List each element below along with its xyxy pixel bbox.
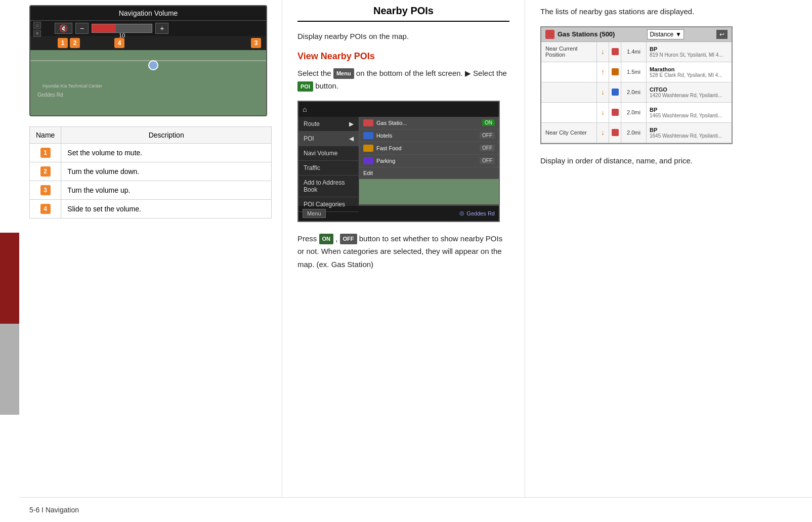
gas-row-4-label [541,103,597,122]
row4-desc: Slide to set the volume. [61,200,272,219]
gas-row-5[interactable]: Near City Center ↓ 2.0mi BP 1645 Washten… [541,123,732,143]
sidebar-strip [0,0,19,522]
poi-menu-btn[interactable]: Menu [303,209,326,218]
gas-row-2-label [541,62,597,82]
poi-content: Route ▶ POI ◀ Navi Volume Traffic [298,117,499,206]
gas-row-5-icon [609,123,621,143]
gas-row-4-icon [609,103,621,122]
categories-label: POI Categories [304,201,345,208]
row1-desc: Set the volume to mute. [61,144,272,162]
badge-row3: 3 [40,185,51,195]
fastfood-toggle[interactable]: OFF [480,145,495,151]
fastfood-cat-label: Fast Food [376,145,402,151]
gas-row-1-label: Near Current Position [541,42,597,62]
intro-text: Display nearby POIs on the map. [297,30,509,43]
gas-stations-screenshot: Gas Stations (500) Distance ▼ ↩ Near Cur… [540,26,733,144]
subsection-title: View Nearby POIs [297,51,509,62]
table-row: 4 Slide to set the volume. [30,200,272,219]
gas-row-1[interactable]: Near Current Position ↓ 1.4mi BP 819 N H… [541,42,732,62]
vol-speaker-btn[interactable]: 🔇 [55,23,72,34]
gas-row-4[interactable]: ↓ 2.0mi BP 1465 Washtenaw Rd, Ypsilanti.… [541,103,732,123]
badge-row1: 1 [40,148,51,158]
columns-layout: Navigation Volume ⌂ ≡ 🔇 − 10 + [19,0,812,497]
nav-title-bar: Navigation Volume [30,6,266,21]
gas-cat-label: Gas Statio... [376,120,407,126]
nav-title-text: Navigation Volume [119,9,178,17]
fastfood-cat-icon [363,145,373,152]
instruction-paragraph: Select the Menu on the bottom of the lef… [297,67,509,93]
poi-location: ◎ Geddes Rd [459,210,495,216]
middle-column: Nearby POIs Display nearby POIs on the m… [282,0,525,497]
poi-menu-addressbook[interactable]: Add to Address Book [298,176,359,197]
poi-arrow: ◀ [349,135,354,142]
press-comma: , [335,234,337,243]
poi-cat-gastation: Gas Statio... ON [359,117,499,129]
traffic-label: Traffic [304,164,320,171]
parking-cat-icon [363,157,373,164]
table-row: 1 Set the volume to mute. [30,144,272,162]
gas-row-4-name: BP 1465 Washtenaw Rd, Ypsilanti... [647,103,732,122]
gas-row-4-arrow: ↓ [597,103,609,122]
gas-row-5-dist: 2.0mi [621,123,647,143]
gas-row-2[interactable]: ↑ 1.5mi Marathon 528 E Clark Rd, Ypsilan… [541,62,732,82]
table-row: 2 Turn the volume down. [30,162,272,181]
gas-row-3-dist: 2.0mi [621,82,647,102]
gas-row-3-label [541,82,597,102]
gas-sort-select[interactable]: Distance ▼ [647,29,684,39]
vol-up-btn[interactable]: + [155,23,168,34]
poi-inline-btn[interactable]: POI [297,81,313,92]
navivolume-label: Navi Volume [304,150,337,157]
poi-top-bar: ⌂ [298,102,499,117]
gas-row-5-arrow: ↓ [597,123,609,143]
menu-inline-btn[interactable]: Menu [333,68,354,79]
gas-row-3-arrow: ↓ [597,82,609,102]
parking-toggle[interactable]: OFF [480,157,495,164]
gas-row-3[interactable]: ↓ 2.0mi CITGO 1420 Washtenaw Rd, Ypsilan… [541,82,732,103]
instruction1: Select the [297,69,331,77]
parking-cat-label: Parking [376,158,395,164]
on-btn[interactable]: ON [319,234,334,244]
sort-label: Distance [650,31,673,38]
gas-station-icon [545,30,554,39]
gas-title-text: Gas Stations (500) [558,30,615,38]
display-order-text: Display in order of distance, name, and … [540,154,797,167]
poi-left-menu: Route ▶ POI ◀ Navi Volume Traffic [298,117,359,206]
poi-menu-traffic[interactable]: Traffic [298,161,359,176]
badge-row4: 4 [40,204,51,214]
poi-cat-edit: Edit [359,167,499,179]
gas-row-2-name: Marathon 528 E Clark Rd, Ypsilanti, MI 4… [647,62,732,82]
press-text1: Press [297,234,317,243]
route-arrow: ▶ [349,120,354,127]
nav-volume-screenshot: Navigation Volume ⌂ ≡ 🔇 − 10 + [29,5,267,116]
gas-row-2-arrow: ↑ [597,62,609,82]
sort-dropdown-icon: ▼ [675,31,681,38]
nav-map-area: Geddes Rd Hyundai Kia Technical Center [30,50,266,116]
gas-row-2-icon [609,62,621,82]
right-column: The lists of nearby gas stations are dis… [525,0,812,497]
gas-row-1-icon [609,42,621,62]
vol-slider[interactable]: 10 [92,24,152,33]
table-header-name: Name [30,127,61,144]
badge-4: 4 [114,38,124,48]
route-label: Route [304,120,320,127]
table-header-desc: Description [61,127,272,144]
vol-number: 10 [119,32,125,38]
sidebar-red-accent [0,233,19,324]
gas-row-2-dist: 1.5mi [621,62,647,82]
off-btn[interactable]: OFF [340,234,357,244]
poi-menu-poi[interactable]: POI ◀ [298,132,359,146]
badge-row2: 2 [40,166,51,177]
gas-top-bar: Gas Stations (500) Distance ▼ ↩ [541,27,732,42]
instruction3: Select the [473,69,507,77]
gas-row-4-dist: 2.0mi [621,103,647,122]
badges-row: 1 2 4 3 [30,36,266,50]
instruction4: button. [315,81,338,90]
home-icon: ⌂ [303,105,307,113]
gas-back-btn[interactable]: ↩ [716,30,728,39]
poi-menu-route[interactable]: Route ▶ [298,117,359,132]
badge-1: 1 [58,38,68,48]
vol-down-btn[interactable]: − [75,23,89,34]
gas-toggle[interactable]: ON [482,119,495,126]
poi-menu-navivolume[interactable]: Navi Volume [298,146,359,161]
hotels-toggle[interactable]: OFF [480,132,495,139]
